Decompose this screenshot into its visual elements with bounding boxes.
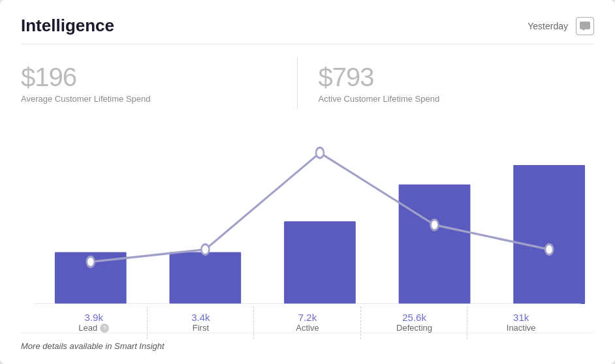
svg-rect-4 <box>513 165 585 304</box>
x-count-inactive: 31k <box>513 312 529 323</box>
svg-rect-3 <box>399 185 471 304</box>
card-header: Intelligence Yesterday <box>21 16 594 44</box>
chart-area <box>21 119 594 304</box>
svg-point-9 <box>431 220 439 230</box>
svg-rect-2 <box>284 221 356 304</box>
x-count-lead: 3.9k <box>85 312 103 323</box>
x-axis-item-defecting: 25.6k Defecting <box>361 312 468 333</box>
page-title: Intelligence <box>21 16 114 36</box>
svg-point-10 <box>545 244 553 254</box>
x-name-defecting: Defecting <box>396 323 432 333</box>
svg-point-6 <box>87 256 95 267</box>
metric-active: $793 Active Customer Lifetime Spend <box>297 57 595 109</box>
metric-average-label: Average Customer Lifetime Spend <box>21 94 297 104</box>
svg-rect-1 <box>169 252 241 304</box>
x-axis-item-active: 7.2k Active <box>254 312 361 333</box>
intelligence-card: Intelligence Yesterday $196 Average Cust… <box>0 0 615 364</box>
x-count-defecting: 25.6k <box>402 312 426 323</box>
x-axis-item-inactive: 31k Inactive <box>467 312 575 333</box>
footer-text: More details available in Smart Insight <box>21 341 165 351</box>
chart-svg <box>21 119 594 304</box>
x-axis-item-lead: 3.9k Lead ? <box>40 312 148 333</box>
metric-average-value: $196 <box>21 63 297 91</box>
x-name-lead: Lead ? <box>78 323 109 333</box>
x-axis-labels: 3.9k Lead ? 3.4k First 7.2k Active 25.6k… <box>21 312 594 333</box>
x-axis-item-first: 3.4k First <box>148 312 255 333</box>
metric-active-value: $793 <box>319 63 595 91</box>
footer: More details available in Smart Insight <box>21 333 594 351</box>
chat-icon[interactable] <box>576 17 594 35</box>
help-icon-lead[interactable]: ? <box>100 324 109 333</box>
x-name-active: Active <box>296 323 319 333</box>
x-name-first: First <box>193 323 209 333</box>
svg-point-7 <box>201 244 209 254</box>
x-count-active: 7.2k <box>298 312 317 323</box>
metric-active-label: Active Customer Lifetime Spend <box>319 94 595 104</box>
header-actions: Yesterday <box>528 17 594 35</box>
date-filter[interactable]: Yesterday <box>528 21 568 31</box>
x-count-first: 3.4k <box>191 312 210 323</box>
svg-point-8 <box>316 147 324 158</box>
metrics-row: $196 Average Customer Lifetime Spend $79… <box>21 57 594 109</box>
x-name-inactive: Inactive <box>507 323 536 333</box>
metric-average: $196 Average Customer Lifetime Spend <box>21 57 297 109</box>
